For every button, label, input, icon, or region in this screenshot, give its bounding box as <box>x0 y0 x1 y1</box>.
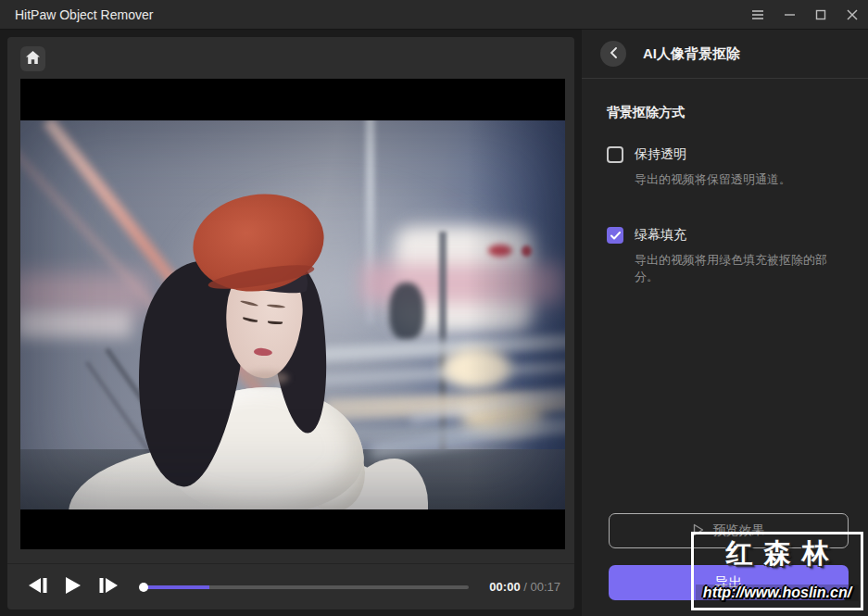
green-screen-checkbox[interactable] <box>607 227 623 244</box>
option-green-screen: 绿幕填充 导出的视频将用绿色填充被抠除的部分。 <box>607 227 849 285</box>
timeline-fill <box>141 585 209 589</box>
play-button[interactable] <box>61 575 85 599</box>
section-title: 背景抠除方式 <box>607 105 849 121</box>
total-duration: 00:17 <box>530 580 560 594</box>
home-icon <box>26 51 40 67</box>
minimize-icon[interactable] <box>774 0 805 30</box>
time-display: 00:00 / 00:17 <box>489 580 560 594</box>
menu-icon[interactable] <box>742 0 774 30</box>
titlebar: HitPaw Object Remover <box>0 0 868 30</box>
window-title: HitPaw Object Remover <box>15 7 153 22</box>
option-label: 绿幕填充 <box>635 227 686 244</box>
watermark: 红森林 http://www.hoslin.cn/ <box>691 532 863 610</box>
timeline-slider[interactable] <box>141 581 469 594</box>
panel-body: 背景抠除方式 保持透明 导出的视频将保留透明通道。 绿幕填充 导出的视 <box>582 79 868 286</box>
back-chevron-icon <box>610 47 618 61</box>
video-preview <box>20 79 565 549</box>
timeline-track[interactable] <box>141 585 469 589</box>
close-icon[interactable] <box>837 0 868 30</box>
play-icon <box>65 576 82 597</box>
option-description: 导出的视频将保留透明通道。 <box>635 171 849 188</box>
keep-transparent-checkbox[interactable] <box>607 146 623 163</box>
home-button[interactable] <box>20 46 45 71</box>
editor-area: 00:00 / 00:17 <box>0 30 582 616</box>
transport-controls <box>26 575 120 599</box>
vignette-overlay <box>20 120 565 509</box>
previous-frame-icon <box>28 577 48 597</box>
timeline-thumb[interactable] <box>139 583 148 592</box>
option-label: 保持透明 <box>635 146 686 163</box>
previous-frame-button[interactable] <box>26 575 50 599</box>
back-button[interactable] <box>600 41 626 67</box>
watermark-url: http://www.hoslin.cn/ <box>696 585 859 601</box>
next-frame-button[interactable] <box>96 575 120 599</box>
watermark-name: 红森林 <box>694 535 861 572</box>
option-description: 导出的视频将用绿色填充被抠除的部分。 <box>635 252 849 285</box>
video-frame-content <box>20 120 565 509</box>
player-bar: 00:00 / 00:17 <box>7 563 574 610</box>
panel-header: AI人像背景抠除 <box>582 30 868 79</box>
time-separator: / <box>521 580 531 594</box>
maximize-icon[interactable] <box>805 0 837 30</box>
panel-title: AI人像背景抠除 <box>643 45 740 63</box>
window-controls <box>742 0 868 30</box>
app-window: HitPaw Object Remover <box>0 0 868 616</box>
current-time: 00:00 <box>489 580 520 594</box>
video-workspace: 00:00 / 00:17 <box>7 37 574 610</box>
option-keep-transparent: 保持透明 导出的视频将保留透明通道。 <box>607 146 849 188</box>
settings-panel: AI人像背景抠除 背景抠除方式 保持透明 导出的视频将保留透明通道。 <box>582 30 868 616</box>
next-frame-icon <box>98 577 119 597</box>
